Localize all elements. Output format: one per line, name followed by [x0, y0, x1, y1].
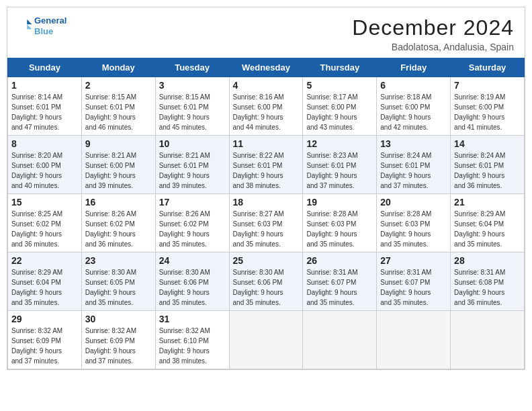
calendar-cell: 5Sunrise: 8:17 AMSunset: 6:00 PMDaylight… [303, 77, 377, 136]
day-info: Sunrise: 8:29 AMSunset: 6:04 PMDaylight:… [454, 209, 521, 249]
day-info: Sunrise: 8:31 AMSunset: 6:08 PMDaylight:… [454, 267, 521, 308]
day-info: Sunrise: 8:21 AMSunset: 6:00 PMDaylight:… [85, 150, 152, 191]
day-number: 3 [159, 80, 226, 91]
day-info: Sunrise: 8:23 AMSunset: 6:01 PMDaylight:… [306, 150, 373, 191]
day-number: 17 [159, 197, 226, 208]
calendar-cell: 23Sunrise: 8:30 AMSunset: 6:05 PMDayligh… [81, 253, 155, 311]
calendar-row-week-2: 8Sunrise: 8:20 AMSunset: 6:00 PMDaylight… [8, 136, 525, 194]
calendar-cell: 19Sunrise: 8:28 AMSunset: 6:03 PMDayligh… [303, 194, 377, 253]
day-number: 4 [233, 80, 300, 91]
calendar-cell: 9Sunrise: 8:21 AMSunset: 6:00 PMDaylight… [81, 136, 155, 194]
logo: General Blue [18, 15, 66, 36]
day-number: 28 [454, 255, 521, 266]
calendar-row-week-5: 29Sunrise: 8:32 AMSunset: 6:09 PMDayligh… [8, 311, 525, 369]
calendar-cell [229, 311, 303, 369]
day-info: Sunrise: 8:24 AMSunset: 6:01 PMDaylight:… [454, 150, 521, 191]
day-info: Sunrise: 8:20 AMSunset: 6:00 PMDaylight:… [11, 150, 78, 191]
day-info: Sunrise: 8:19 AMSunset: 6:00 PMDaylight:… [454, 92, 521, 132]
month-title: December 2024 [352, 15, 514, 40]
day-info: Sunrise: 8:25 AMSunset: 6:02 PMDaylight:… [11, 209, 78, 249]
day-info: Sunrise: 8:31 AMSunset: 6:07 PMDaylight:… [380, 267, 447, 308]
calendar-cell: 4Sunrise: 8:16 AMSunset: 6:00 PMDaylight… [229, 77, 303, 136]
day-number: 22 [11, 255, 78, 266]
day-info: Sunrise: 8:28 AMSunset: 6:03 PMDaylight:… [306, 209, 373, 249]
calendar-cell: 20Sunrise: 8:28 AMSunset: 6:03 PMDayligh… [377, 194, 451, 253]
calendar-cell: 10Sunrise: 8:21 AMSunset: 6:01 PMDayligh… [155, 136, 229, 194]
calendar-cell: 24Sunrise: 8:30 AMSunset: 6:06 PMDayligh… [155, 253, 229, 311]
day-header-tuesday: Tuesday [155, 58, 229, 77]
calendar-cell: 13Sunrise: 8:24 AMSunset: 6:01 PMDayligh… [377, 136, 451, 194]
day-header-friday: Friday [377, 58, 451, 77]
day-number: 31 [159, 314, 226, 324]
day-number: 14 [454, 138, 521, 149]
day-number: 10 [159, 138, 226, 149]
calendar-cell: 25Sunrise: 8:30 AMSunset: 6:06 PMDayligh… [229, 253, 303, 311]
day-number: 21 [454, 197, 521, 208]
calendar-cell: 21Sunrise: 8:29 AMSunset: 6:04 PMDayligh… [451, 194, 525, 253]
calendar-cell: 31Sunrise: 8:32 AMSunset: 6:10 PMDayligh… [155, 311, 229, 369]
calendar-cell: 11Sunrise: 8:22 AMSunset: 6:01 PMDayligh… [229, 136, 303, 194]
day-number: 19 [306, 197, 373, 208]
day-number: 24 [159, 255, 226, 266]
calendar-cell [303, 311, 377, 369]
calendar-page: General Blue December 2024 Badolatosa, A… [7, 7, 525, 370]
day-header-sunday: Sunday [8, 58, 82, 77]
calendar-cell: 6Sunrise: 8:18 AMSunset: 6:00 PMDaylight… [377, 77, 451, 136]
calendar-cell: 28Sunrise: 8:31 AMSunset: 6:08 PMDayligh… [451, 253, 525, 311]
day-number: 11 [233, 138, 300, 149]
day-number: 2 [85, 80, 152, 91]
day-number: 18 [233, 197, 300, 208]
day-info: Sunrise: 8:24 AMSunset: 6:01 PMDaylight:… [380, 150, 447, 191]
day-info: Sunrise: 8:30 AMSunset: 6:06 PMDaylight:… [233, 267, 300, 308]
day-info: Sunrise: 8:31 AMSunset: 6:07 PMDaylight:… [306, 267, 373, 308]
day-number: 16 [85, 197, 152, 208]
day-info: Sunrise: 8:32 AMSunset: 6:10 PMDaylight:… [159, 326, 226, 366]
calendar-cell: 14Sunrise: 8:24 AMSunset: 6:01 PMDayligh… [451, 136, 525, 194]
day-number: 12 [306, 138, 373, 149]
day-number: 30 [85, 314, 152, 324]
calendar-cell: 8Sunrise: 8:20 AMSunset: 6:00 PMDaylight… [8, 136, 82, 194]
day-number: 6 [380, 80, 447, 91]
calendar-cell: 7Sunrise: 8:19 AMSunset: 6:00 PMDaylight… [451, 77, 525, 136]
logo-icon [18, 17, 33, 32]
day-info: Sunrise: 8:30 AMSunset: 6:05 PMDaylight:… [85, 267, 152, 308]
calendar-cell: 27Sunrise: 8:31 AMSunset: 6:07 PMDayligh… [377, 253, 451, 311]
calendar-cell: 30Sunrise: 8:32 AMSunset: 6:09 PMDayligh… [81, 311, 155, 369]
day-info: Sunrise: 8:32 AMSunset: 6:09 PMDaylight:… [85, 326, 152, 366]
calendar-cell: 26Sunrise: 8:31 AMSunset: 6:07 PMDayligh… [303, 253, 377, 311]
day-info: Sunrise: 8:22 AMSunset: 6:01 PMDaylight:… [233, 150, 300, 191]
calendar-row-week-4: 22Sunrise: 8:29 AMSunset: 6:04 PMDayligh… [8, 253, 525, 311]
day-number: 1 [11, 80, 78, 91]
calendar-cell: 17Sunrise: 8:26 AMSunset: 6:02 PMDayligh… [155, 194, 229, 253]
logo-text: General Blue [34, 15, 66, 36]
day-info: Sunrise: 8:15 AMSunset: 6:01 PMDaylight:… [159, 92, 226, 132]
calendar-cell: 15Sunrise: 8:25 AMSunset: 6:02 PMDayligh… [8, 194, 82, 253]
day-number: 15 [11, 197, 78, 208]
day-info: Sunrise: 8:15 AMSunset: 6:01 PMDaylight:… [85, 92, 152, 132]
calendar-cell: 2Sunrise: 8:15 AMSunset: 6:01 PMDaylight… [81, 77, 155, 136]
day-number: 7 [454, 80, 521, 91]
day-info: Sunrise: 8:29 AMSunset: 6:04 PMDaylight:… [11, 267, 78, 308]
svg-marker-1 [27, 24, 32, 29]
day-number: 23 [85, 255, 152, 266]
day-info: Sunrise: 8:18 AMSunset: 6:00 PMDaylight:… [380, 92, 447, 132]
title-area: December 2024 Badolatosa, Andalusia, Spa… [352, 15, 514, 52]
day-number: 13 [380, 138, 447, 149]
day-info: Sunrise: 8:26 AMSunset: 6:02 PMDaylight:… [85, 209, 152, 249]
day-info: Sunrise: 8:32 AMSunset: 6:09 PMDaylight:… [11, 326, 78, 366]
day-number: 9 [85, 138, 152, 149]
day-header-wednesday: Wednesday [229, 58, 303, 77]
calendar-cell: 29Sunrise: 8:32 AMSunset: 6:09 PMDayligh… [8, 311, 82, 369]
day-number: 5 [306, 80, 373, 91]
calendar-cell: 12Sunrise: 8:23 AMSunset: 6:01 PMDayligh… [303, 136, 377, 194]
day-number: 25 [233, 255, 300, 266]
day-number: 29 [11, 314, 78, 324]
day-info: Sunrise: 8:21 AMSunset: 6:01 PMDaylight:… [159, 150, 226, 191]
location: Badolatosa, Andalusia, Spain [352, 42, 514, 52]
calendar-header-row: SundayMondayTuesdayWednesdayThursdayFrid… [8, 58, 525, 77]
day-header-thursday: Thursday [303, 58, 377, 77]
day-info: Sunrise: 8:26 AMSunset: 6:02 PMDaylight:… [159, 209, 226, 249]
day-header-saturday: Saturday [451, 58, 525, 77]
day-info: Sunrise: 8:30 AMSunset: 6:06 PMDaylight:… [159, 267, 226, 308]
day-number: 20 [380, 197, 447, 208]
